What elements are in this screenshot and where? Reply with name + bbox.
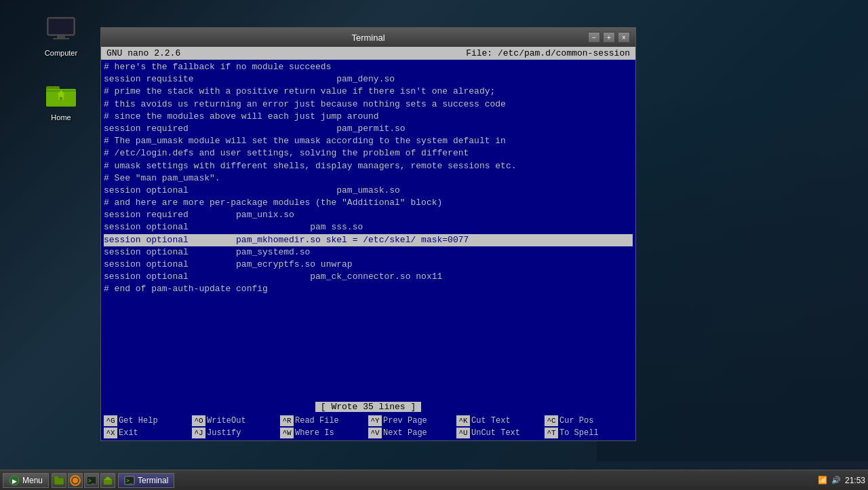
shortcut-label: Prev Page	[383, 415, 427, 427]
shortcut-key: ^K	[456, 415, 470, 427]
editor-line: session optional pam sss.so	[104, 221, 633, 233]
taskbar-terminal-app[interactable]: >_ Terminal	[118, 473, 174, 488]
shortcut-item-where-is: ^W Where Is	[280, 427, 368, 439]
svg-text:>_: >_	[88, 478, 95, 484]
editor-line: session optional pam_ecryptfs.so unwrap	[104, 259, 633, 271]
shortcut-item-read-file: ^R Read File	[280, 415, 368, 427]
nano-editor[interactable]: # here's the fallback if no module succe…	[101, 60, 635, 400]
svg-rect-19	[104, 479, 112, 485]
editor-line: # since the modules above will each just…	[104, 111, 633, 123]
editor-line: # See "man pam_umask".	[104, 172, 633, 185]
desktop-icon-computer[interactable]: Computer	[34, 14, 88, 57]
taskbar-terminal-small-button[interactable]: >_	[84, 473, 99, 488]
terminal-controls: − + ×	[588, 32, 630, 43]
terminal-titlebar: Terminal − + ×	[101, 28, 635, 47]
nano-status-bar: [ Wrote 35 lines ]	[101, 400, 635, 413]
shortcut-label: UnCut Text	[471, 427, 520, 439]
taskbar-quick-launch: >_	[52, 473, 115, 488]
svg-text:>_: >_	[126, 478, 133, 484]
svg-rect-10	[60, 97, 62, 100]
terminal-app-icon: >_	[124, 476, 135, 485]
editor-line: # here's the fallback if no module succe…	[104, 61, 633, 73]
taskbar-files-button[interactable]	[52, 473, 66, 488]
nano-status-message: [ Wrote 35 lines ]	[315, 402, 421, 412]
shortcut-key: ^Y	[368, 415, 382, 427]
maximize-button[interactable]: +	[603, 32, 615, 43]
taskbar-clock: 21:53	[845, 476, 865, 485]
svg-rect-1	[49, 19, 73, 34]
taskbar-home-button[interactable]	[100, 473, 115, 488]
shortcut-label: WriteOut	[207, 415, 246, 427]
shortcut-key: ^C	[545, 415, 558, 427]
shortcut-item-justify: ^J Justify	[192, 427, 280, 439]
shortcut-label: To Spell	[559, 427, 599, 439]
shortcut-item-cut-text: ^K Cut Text	[456, 415, 545, 427]
volume-icon: 🔊	[831, 476, 841, 485]
shortcut-item-cur-pos: ^C Cur Pos	[545, 415, 633, 427]
shortcut-key: ^O	[192, 415, 205, 427]
folder-icon	[45, 78, 77, 111]
shortcut-key: ^R	[280, 415, 294, 427]
editor-line: # prime the stack with a positive return…	[104, 86, 633, 98]
files-icon	[54, 476, 64, 485]
editor-line: # /etc/login.defs and user settings, sol…	[104, 147, 633, 159]
nano-footer: ^G Get Help^O WriteOut^R Read File^Y Pre…	[101, 413, 635, 440]
taskbar-menu-label: Menu	[22, 476, 43, 485]
shortcut-label: Next Page	[383, 427, 427, 439]
shortcut-key: ^T	[545, 428, 558, 439]
svg-rect-2	[57, 35, 65, 38]
home-small-icon	[102, 476, 113, 485]
home-icon-label: Home	[51, 113, 71, 121]
editor-line: # umask settings with different shells, …	[104, 160, 633, 172]
terminal-title: Terminal	[351, 33, 384, 43]
shortcut-item-get-help: ^G Get Help	[104, 415, 192, 427]
taskbar: ▶ Menu >_	[0, 470, 868, 490]
svg-marker-20	[104, 476, 112, 480]
desktop: Computer Home Terminal − + ×	[0, 0, 868, 490]
menu-icon: ▶	[9, 475, 20, 486]
shortcut-row-2: ^X Exit^J Justify^W Where Is^V Next Page…	[104, 427, 633, 439]
shortcut-label: Exit	[119, 427, 138, 439]
shortcut-key: ^U	[456, 428, 470, 439]
shortcut-key: ^G	[104, 415, 117, 427]
shortcut-item-prev-page: ^Y Prev Page	[368, 415, 456, 427]
editor-line: session optional pam_ck_connector.so nox…	[104, 271, 633, 283]
editor-line: session required pam_permit.so	[104, 123, 633, 135]
terminal-small-icon: >_	[86, 476, 97, 485]
shortcut-item-exit: ^X Exit	[104, 427, 192, 439]
shortcut-item-writeout: ^O WriteOut	[192, 415, 280, 427]
shortcut-item-to-spell: ^T To Spell	[545, 427, 633, 439]
shortcut-item-next-page: ^V Next Page	[368, 427, 456, 439]
svg-text:▶: ▶	[12, 478, 17, 485]
shortcut-label: Cut Text	[471, 415, 511, 427]
taskbar-browser-button[interactable]	[68, 473, 83, 488]
editor-line: # The pam_umask module will set the umas…	[104, 135, 633, 147]
svg-rect-3	[53, 38, 69, 39]
editor-line: session optional pam_umask.so	[104, 185, 633, 197]
minimize-button[interactable]: −	[588, 32, 600, 43]
taskbar-terminal-label: Terminal	[138, 476, 168, 485]
shortcut-row-1: ^G Get Help^O WriteOut^R Read File^Y Pre…	[104, 415, 633, 427]
editor-line: # this avoids us returning an error just…	[104, 98, 633, 111]
shortcut-label: Read File	[295, 415, 339, 427]
shortcut-label: Get Help	[119, 415, 158, 427]
shortcut-item-uncut-text: ^U UnCut Text	[456, 427, 545, 439]
editor-line: session optional pam_mkhomedir.so skel =…	[104, 234, 633, 246]
taskbar-menu-button[interactable]: ▶ Menu	[3, 473, 49, 488]
nano-filename: File: /etc/pam.d/common-session	[466, 48, 630, 58]
svg-point-16	[73, 478, 78, 483]
terminal-window: Terminal − + × GNU nano 2.2.6 File: /etc…	[100, 27, 636, 441]
taskbar-system-tray: 📶 🔊 21:53	[818, 476, 865, 485]
shortcut-label: Where Is	[295, 427, 334, 439]
editor-line: session optional pam_systemd.so	[104, 246, 633, 259]
browser-icon	[70, 475, 81, 486]
shortcut-label: Justify	[207, 427, 241, 439]
shortcut-key: ^V	[368, 428, 382, 439]
monitor-icon	[45, 14, 77, 46]
editor-line: # and here are more per-package modules …	[104, 197, 633, 209]
desktop-icon-home[interactable]: Home	[34, 78, 88, 121]
close-button[interactable]: ×	[618, 32, 630, 43]
svg-rect-13	[54, 478, 64, 485]
editor-line: session required pam_unix.so	[104, 209, 633, 221]
shortcut-key: ^X	[104, 428, 117, 439]
